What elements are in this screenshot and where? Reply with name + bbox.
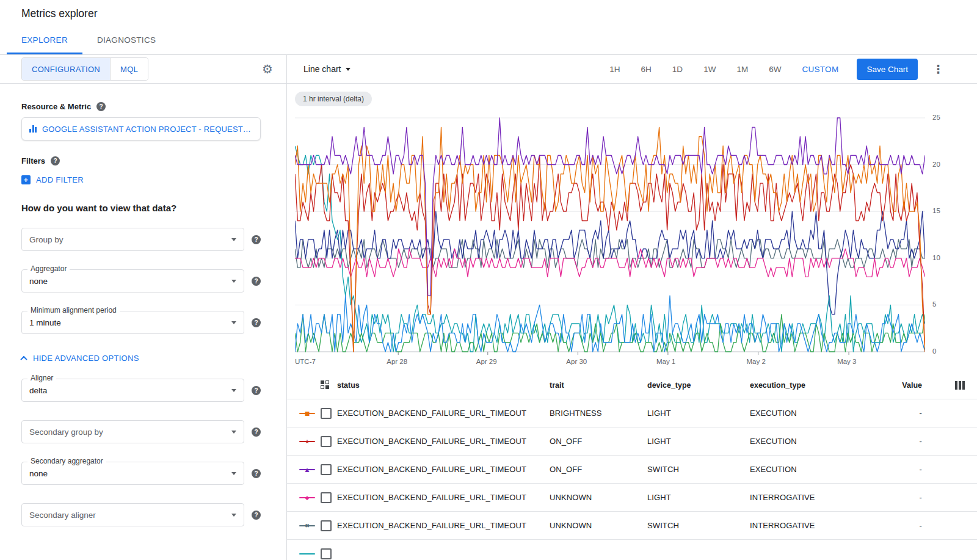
- range-button-1m[interactable]: 1M: [736, 65, 748, 74]
- cell-device-type: SWITCH: [647, 465, 744, 474]
- cell-execution-type: EXECUTION: [750, 437, 872, 446]
- row-checkbox[interactable]: [321, 548, 332, 559]
- x-tick-label: Apr 30: [566, 358, 587, 365]
- cell-device-type: SWITCH: [647, 521, 744, 530]
- time-ranges: 1H6H1D1W1M6W: [609, 65, 781, 74]
- group-by-help-icon[interactable]: ?: [252, 235, 261, 244]
- secondary-aggregator-help-icon[interactable]: ?: [252, 469, 261, 478]
- cell-device-type: LIGHT: [647, 409, 744, 418]
- row-checkbox[interactable]: [321, 492, 332, 503]
- mql-tab[interactable]: MQL: [111, 58, 148, 80]
- table-row[interactable]: ✖ EXECUTION_BACKEND_FAILURE_URL_TIMEOUT …: [287, 512, 977, 540]
- page-title: Metrics explorer: [21, 7, 97, 20]
- secondary-aggregator-label: Secondary aggregator: [27, 457, 106, 465]
- tab-explorer[interactable]: EXPLORER: [7, 27, 82, 54]
- series-marker-icon: ✖: [299, 525, 315, 526]
- aggregator-value: none: [29, 277, 48, 286]
- add-filter-button[interactable]: + ADD FILTER: [21, 175, 84, 184]
- row-checkbox[interactable]: [321, 520, 332, 531]
- y-tick-label: 20: [932, 161, 940, 168]
- range-button-6w[interactable]: 6W: [769, 65, 781, 74]
- cell-status: EXECUTION_BACKEND_FAILURE_URL_TIMEOUT: [337, 437, 544, 446]
- row-checkbox[interactable]: [321, 436, 332, 447]
- column-header-status: status: [337, 381, 544, 390]
- custom-range-button[interactable]: CUSTOM: [802, 65, 838, 74]
- column-display-icon[interactable]: [955, 381, 965, 390]
- column-header-trait: trait: [550, 381, 642, 390]
- save-chart-button[interactable]: Save Chart: [857, 59, 918, 80]
- secondary-aligner-help-icon[interactable]: ?: [252, 511, 261, 520]
- legend-toggle-icon[interactable]: [321, 380, 330, 390]
- secondary-group-by-select[interactable]: Secondary group by: [21, 420, 244, 443]
- chevron-down-icon: [346, 68, 350, 71]
- chart-region: 1 hr interval (delta) 0510152025 UTC-7 A…: [287, 84, 977, 371]
- cell-value: -: [877, 493, 922, 502]
- chart-type-dropdown[interactable]: Line chart: [303, 64, 350, 74]
- x-tick-label: May 2: [747, 358, 766, 365]
- aggregator-select[interactable]: Aggregator none: [21, 269, 244, 293]
- resource-metric-label: Resource & Metric: [21, 102, 91, 111]
- interval-chip[interactable]: 1 hr interval (delta): [295, 92, 372, 106]
- x-tick-label: May 1: [656, 358, 675, 365]
- cell-value: -: [877, 437, 922, 446]
- cell-execution-type: INTERROGATIVE: [750, 521, 872, 530]
- config-form: Resource & Metric ? GOOGLE ASSISTANT ACT…: [0, 84, 286, 526]
- utc-label: UTC-7: [295, 358, 316, 365]
- secondary-aggregator-select[interactable]: Secondary aggregator none: [21, 462, 244, 485]
- secondary-group-by-help-icon[interactable]: ?: [252, 427, 261, 437]
- aligner-help-icon[interactable]: ?: [252, 386, 261, 395]
- column-header-value: Value: [877, 381, 922, 390]
- range-button-1w[interactable]: 1W: [703, 65, 716, 74]
- aggregator-help-icon[interactable]: ?: [252, 277, 261, 286]
- configuration-tab[interactable]: CONFIGURATION: [22, 58, 111, 80]
- table-row[interactable]: ▲ EXECUTION_BACKEND_FAILURE_URL_TIMEOUT …: [287, 456, 977, 484]
- group-by-select[interactable]: Group by: [21, 228, 244, 251]
- cell-execution-type: INTERROGATIVE: [750, 493, 872, 502]
- table-row[interactable]: [287, 540, 977, 560]
- y-tick-label: 10: [932, 254, 940, 261]
- table-row[interactable]: ◆ EXECUTION_BACKEND_FAILURE_URL_TIMEOUT …: [287, 484, 977, 512]
- cell-value: -: [877, 409, 922, 418]
- min-alignment-select[interactable]: Minimum alignment period 1 minute: [21, 311, 244, 334]
- filters-help-icon[interactable]: ?: [51, 156, 60, 165]
- chevron-down-icon: [231, 431, 236, 434]
- resource-metric-help-icon[interactable]: ?: [96, 102, 106, 111]
- legend-table: status trait device_type execution_type …: [287, 371, 977, 560]
- metric-selector-button[interactable]: GOOGLE ASSISTANT ACTION PROJECT - REQUES…: [21, 117, 261, 140]
- table-row[interactable]: ■ EXECUTION_BACKEND_FAILURE_URL_TIMEOUT …: [287, 399, 977, 427]
- secondary-aligner-select[interactable]: Secondary aligner: [21, 503, 244, 526]
- cell-device-type: LIGHT: [647, 493, 744, 502]
- row-checkbox[interactable]: [321, 464, 332, 475]
- settings-gear-icon[interactable]: ⚙: [262, 63, 273, 75]
- table-row[interactable]: ★ EXECUTION_BACKEND_FAILURE_URL_TIMEOUT …: [287, 427, 977, 456]
- config-toolbar: CONFIGURATION MQL ⚙: [0, 55, 286, 84]
- aggregator-label: Aggregator: [27, 264, 70, 273]
- config-panel: CONFIGURATION MQL ⚙ Resource & Metric ? …: [0, 55, 287, 560]
- top-tabs: EXPLORER DIAGNOSTICS: [0, 27, 977, 55]
- chevron-down-icon: [231, 321, 236, 324]
- tab-diagnostics[interactable]: DIAGNOSTICS: [82, 27, 170, 54]
- aligner-value: delta: [29, 386, 47, 395]
- row-checkbox[interactable]: [321, 408, 332, 419]
- cell-trait: UNKNOWN: [550, 493, 642, 502]
- hide-advanced-options-label: HIDE ADVANCED OPTIONS: [33, 354, 139, 363]
- overflow-menu-icon[interactable]: ⋮: [930, 62, 946, 76]
- aligner-label: Aligner: [27, 374, 56, 382]
- min-alignment-help-icon[interactable]: ?: [252, 318, 261, 327]
- range-button-1d[interactable]: 1D: [672, 65, 683, 74]
- secondary-group-by-placeholder: Secondary group by: [29, 427, 103, 437]
- chevron-up-icon: [20, 355, 27, 362]
- series-marker-icon: ■: [299, 413, 315, 414]
- range-button-6h[interactable]: 6H: [641, 65, 652, 74]
- hide-advanced-options-button[interactable]: HIDE ADVANCED OPTIONS: [21, 354, 139, 363]
- chart-type-label: Line chart: [303, 64, 341, 74]
- x-tick-label: Apr 29: [476, 358, 497, 365]
- chart-svg: [295, 113, 925, 356]
- series-marker-icon: [299, 553, 315, 555]
- bar-chart-icon: [29, 125, 37, 133]
- column-header-execution-type: execution_type: [750, 381, 872, 390]
- aligner-select[interactable]: Aligner delta: [21, 379, 244, 402]
- range-button-1h[interactable]: 1H: [609, 65, 620, 74]
- cell-status: EXECUTION_BACKEND_FAILURE_URL_TIMEOUT: [337, 409, 544, 418]
- chevron-down-icon: [231, 280, 236, 283]
